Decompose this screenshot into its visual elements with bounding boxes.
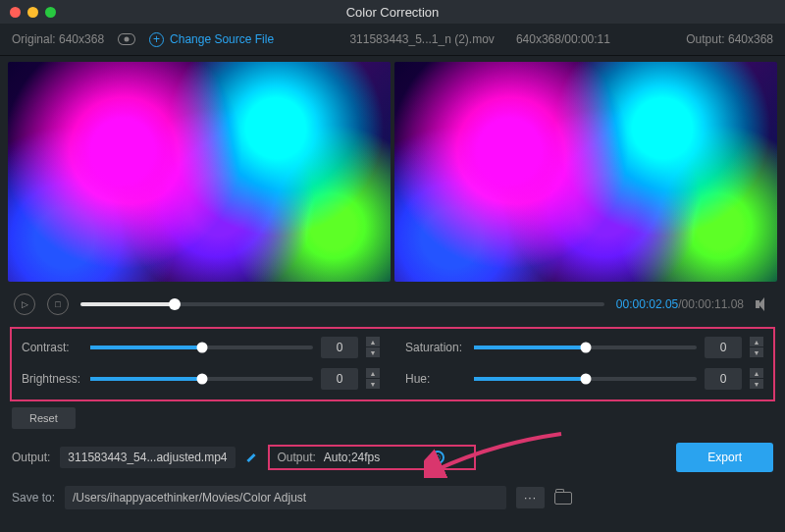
contrast-label: Contrast: bbox=[22, 341, 82, 354]
save-row: Save to: /Users/ihappyacethinker/Movies/… bbox=[0, 480, 785, 519]
playback-bar: ▷ □ 00:00:02.05/00:00:11.08 bbox=[0, 286, 785, 327]
brightness-control: Brightness: 0 ▲▼ bbox=[22, 368, 380, 390]
window-title: Color Correction bbox=[346, 5, 440, 20]
brightness-stepper[interactable]: ▲▼ bbox=[366, 368, 380, 390]
more-button[interactable]: ··· bbox=[516, 487, 545, 508]
folder-icon[interactable] bbox=[554, 492, 572, 505]
info-bar: Original: 640x368 + Change Source File 3… bbox=[0, 24, 785, 56]
hue-control: Hue: 0 ▲▼ bbox=[405, 368, 763, 390]
pencil-icon[interactable] bbox=[245, 452, 258, 464]
export-button[interactable]: Export bbox=[676, 443, 773, 472]
up-arrow-icon[interactable]: ▲ bbox=[366, 337, 380, 347]
save-path: /Users/ihappyacethinker/Movies/Color Adj… bbox=[65, 486, 506, 509]
contrast-value[interactable]: 0 bbox=[321, 337, 358, 358]
brightness-label: Brightness: bbox=[22, 372, 82, 386]
up-arrow-icon[interactable]: ▲ bbox=[750, 368, 763, 379]
down-arrow-icon[interactable]: ▼ bbox=[750, 379, 763, 390]
brightness-value[interactable]: 0 bbox=[321, 368, 358, 390]
saturation-label: Saturation: bbox=[405, 341, 466, 354]
timeline-fill bbox=[80, 302, 175, 306]
minimize-window-button[interactable] bbox=[27, 7, 38, 18]
change-source-label: Change Source File bbox=[170, 32, 274, 46]
down-arrow-icon[interactable]: ▼ bbox=[366, 379, 380, 390]
output-label: Output: bbox=[12, 451, 50, 464]
close-window-button[interactable] bbox=[10, 7, 21, 18]
color-controls-panel: Contrast: 0 ▲▼ Saturation: 0 ▲▼ Brightne… bbox=[10, 327, 775, 401]
hue-label: Hue: bbox=[405, 372, 466, 386]
saturation-stepper[interactable]: ▲▼ bbox=[750, 337, 763, 358]
preview-pane bbox=[0, 56, 785, 286]
time-current: 00:00:02.05 bbox=[616, 297, 678, 311]
volume-icon[interactable] bbox=[756, 297, 771, 311]
hue-slider[interactable] bbox=[474, 377, 697, 381]
color-correction-window: Color Correction Original: 640x368 + Cha… bbox=[0, 0, 785, 532]
timeline-knob[interactable] bbox=[169, 298, 181, 310]
saturation-value[interactable]: 0 bbox=[705, 337, 742, 358]
up-arrow-icon[interactable]: ▲ bbox=[750, 337, 763, 347]
source-meta: 640x368/00:00:11 bbox=[516, 32, 610, 46]
original-dimensions: Original: 640x368 bbox=[12, 32, 104, 46]
output-format-box: Output: Auto;24fps bbox=[268, 445, 477, 470]
up-arrow-icon[interactable]: ▲ bbox=[366, 368, 380, 379]
gear-icon[interactable] bbox=[431, 451, 445, 464]
save-to-label: Save to: bbox=[12, 491, 55, 505]
down-arrow-icon[interactable]: ▼ bbox=[750, 347, 763, 358]
timecode: 00:00:02.05/00:00:11.08 bbox=[616, 297, 744, 311]
stop-button[interactable]: □ bbox=[47, 293, 69, 315]
output-filename: 311583443_54...adjusted.mp4 bbox=[60, 447, 235, 468]
down-arrow-icon[interactable]: ▼ bbox=[366, 347, 380, 358]
saturation-slider[interactable] bbox=[474, 346, 697, 349]
brightness-slider[interactable] bbox=[90, 377, 313, 381]
output-dimensions: Output: 640x368 bbox=[686, 32, 773, 46]
saturation-control: Saturation: 0 ▲▼ bbox=[405, 337, 763, 358]
source-filename: 311583443_5...1_n (2).mov bbox=[349, 32, 494, 46]
output-format-label: Output: bbox=[278, 451, 316, 464]
output-row: Output: 311583443_54...adjusted.mp4 Outp… bbox=[0, 435, 785, 480]
titlebar: Color Correction bbox=[0, 0, 785, 24]
timeline-slider[interactable] bbox=[80, 302, 604, 306]
play-button[interactable]: ▷ bbox=[14, 293, 35, 315]
preview-adjusted bbox=[394, 62, 777, 282]
change-source-button[interactable]: + Change Source File bbox=[149, 32, 274, 47]
hue-value[interactable]: 0 bbox=[705, 368, 742, 390]
eye-icon[interactable] bbox=[118, 33, 135, 45]
contrast-control: Contrast: 0 ▲▼ bbox=[22, 337, 380, 358]
contrast-slider[interactable] bbox=[90, 346, 313, 349]
hue-stepper[interactable]: ▲▼ bbox=[750, 368, 763, 390]
reset-row: Reset bbox=[0, 401, 785, 435]
window-controls bbox=[10, 7, 56, 18]
plus-circle-icon: + bbox=[149, 32, 164, 47]
reset-button[interactable]: Reset bbox=[12, 407, 76, 429]
output-format-value: Auto;24fps bbox=[324, 451, 380, 464]
maximize-window-button[interactable] bbox=[45, 7, 56, 18]
preview-original bbox=[8, 62, 391, 282]
time-total: /00:00:11.08 bbox=[678, 297, 744, 311]
contrast-stepper[interactable]: ▲▼ bbox=[366, 337, 380, 358]
